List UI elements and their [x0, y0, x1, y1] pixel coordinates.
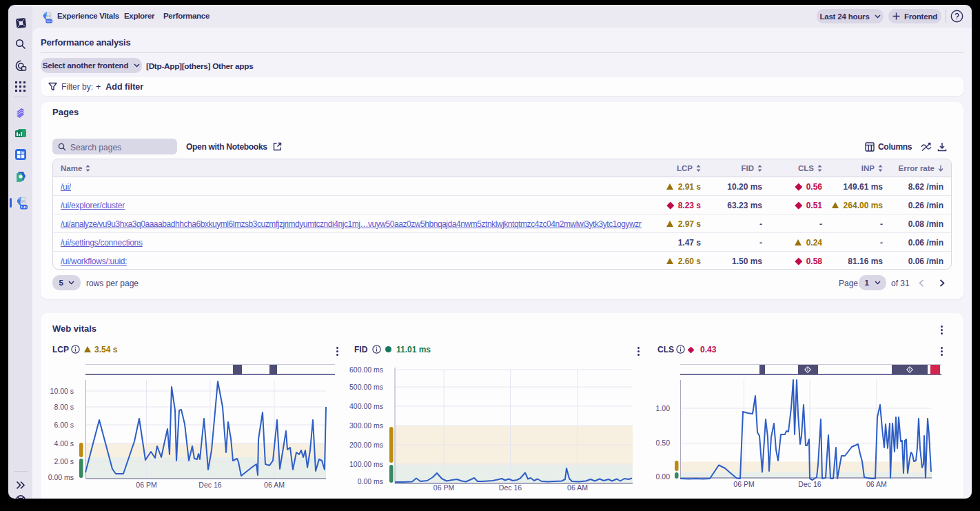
- svg-text:06 AM: 06 AM: [866, 480, 887, 488]
- svg-text:Dec 16: Dec 16: [198, 481, 221, 489]
- svg-text:06 AM: 06 AM: [567, 483, 588, 492]
- svg-text:Dec 16: Dec 16: [798, 480, 821, 488]
- svg-text:06 PM: 06 PM: [433, 483, 454, 492]
- svg-text:06 PM: 06 PM: [733, 480, 754, 488]
- svg-text:06 AM: 06 AM: [264, 481, 285, 489]
- svg-text:Dec 16: Dec 16: [499, 483, 522, 492]
- svg-text:06 PM: 06 PM: [136, 481, 156, 489]
